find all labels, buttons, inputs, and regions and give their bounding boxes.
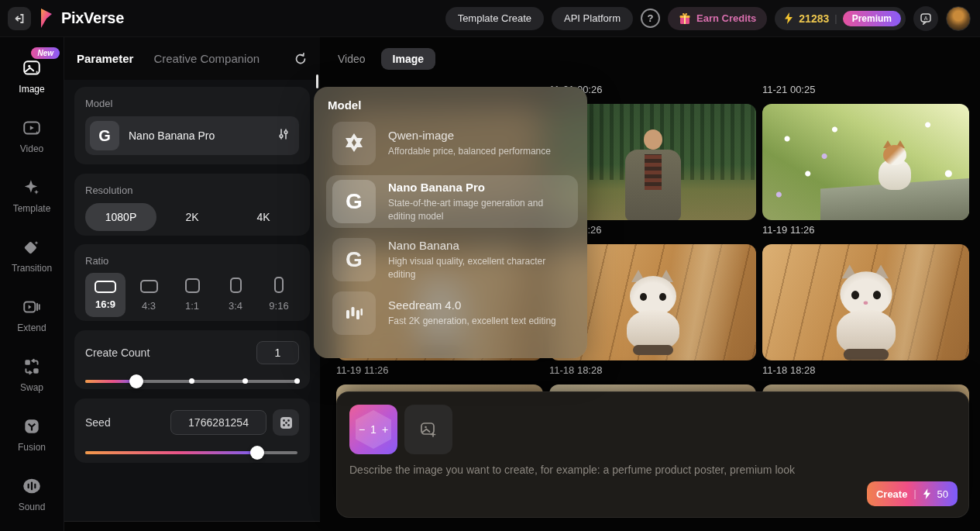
gallery-image[interactable] (762, 244, 969, 360)
model-option-name: Seedream 4.0 (388, 298, 556, 312)
model-option-desc: Affordable price, balanced performance (388, 145, 551, 157)
seed-slider[interactable] (85, 446, 299, 460)
selected-model-name: Nano Banana Pro (129, 129, 215, 142)
resolution-option-2k[interactable]: 2K (156, 211, 228, 223)
create-cost: 50 (937, 488, 948, 500)
sidebar-item-label: Video (20, 143, 43, 154)
reset-icon (294, 52, 308, 66)
logo-text: PixVerse (61, 9, 124, 27)
extend-icon (22, 297, 42, 317)
model-select[interactable]: G Nano Banana Pro (85, 116, 299, 155)
seed-card: Seed (74, 398, 310, 463)
qwen-logo-icon (332, 122, 376, 165)
ratio-option-label: 16:9 (95, 298, 115, 310)
gallery-timestamp: 11-19 11:26 (762, 224, 969, 237)
model-card: Model G Nano Banana Pro (74, 87, 310, 164)
create-count-slider[interactable] (85, 374, 299, 388)
back-arrow-icon (13, 12, 26, 25)
sidebar-item-label: Fusion (18, 442, 46, 453)
model-label: Model (85, 98, 299, 109)
top-bar: PixVerse Template Create API Platform ? … (0, 0, 980, 37)
sidebar-item-video[interactable]: Video (0, 106, 64, 166)
sidebar-item-label: Image (19, 84, 44, 95)
model-option-desc: State-of-the-art image generation and ed… (388, 197, 572, 222)
create-count-input[interactable] (256, 341, 299, 364)
slider-thumb[interactable] (250, 446, 264, 460)
gallery-timestamp: 11-18 18:28 (549, 364, 756, 378)
credits-count: 21283 (799, 12, 829, 25)
collapse-sidebar-button[interactable] (8, 7, 31, 30)
ratio-4-3-icon (140, 280, 158, 293)
count-decrease-button[interactable]: − (359, 423, 365, 436)
gallery-item[interactable]: 11-21 00:25 (762, 84, 969, 220)
ratio-16-9-icon (95, 281, 116, 293)
sound-icon (22, 476, 42, 496)
feedback-button[interactable]: A (913, 6, 938, 31)
create-separator: | (913, 488, 916, 499)
model-option-nano-banana-pro[interactable]: G Nano Banana Pro State-of-the-art image… (326, 175, 578, 228)
model-dropdown: Model Qwen-image Affordable price, balan… (314, 87, 587, 358)
tab-video[interactable]: Video (336, 48, 367, 70)
sidebar-item-label: Transition (12, 263, 52, 274)
sidebar-item-fusion[interactable]: Fusion (0, 405, 64, 464)
ratio-option-1-1[interactable]: 1:1 (172, 278, 212, 317)
model-option-seedream-4[interactable]: Seedream 4.0 Fast 2K generation, excelle… (326, 291, 578, 335)
help-button[interactable]: ? (641, 9, 660, 28)
model-settings-icon (277, 128, 290, 143)
gallery-image[interactable] (762, 104, 969, 220)
ratio-option-label: 9:16 (269, 300, 288, 312)
ratio-option-3-4[interactable]: 3:4 (215, 278, 256, 317)
model-option-qwen-image[interactable]: Qwen-image Affordable price, balanced pe… (326, 122, 578, 165)
credits-indicator[interactable]: 21283 | Premium (775, 7, 906, 30)
create-count-label: Create Count (85, 347, 150, 359)
gallery-item[interactable]: 11-19 11:26 (762, 224, 969, 360)
new-badge: New (31, 47, 60, 59)
ratio-card: Ratio 16:9 4:3 1:1 3:4 (74, 244, 310, 321)
image-count-stepper[interactable]: − 1 + (349, 405, 397, 454)
swap-icon (22, 357, 42, 377)
image-add-icon (419, 420, 438, 439)
ratio-option-label: 4:3 (142, 300, 156, 312)
count-increase-button[interactable]: + (382, 423, 388, 436)
ratio-option-16-9[interactable]: 16:9 (85, 273, 126, 317)
panel-scrollbar[interactable] (316, 74, 318, 88)
premium-badge[interactable]: Premium (843, 11, 901, 26)
slider-thumb[interactable] (129, 374, 143, 388)
pixverse-logo[interactable]: PixVerse (39, 8, 124, 29)
ratio-label: Ratio (85, 255, 299, 267)
sidebar-item-swap[interactable]: Swap (0, 345, 64, 405)
gallery-timestamp: 11-18 18:28 (762, 364, 969, 378)
panel-tabs: Parameter Creative Companion (64, 37, 320, 80)
randomize-seed-button[interactable] (273, 409, 299, 436)
api-platform-button[interactable]: API Platform (552, 7, 633, 30)
model-dropdown-title: Model (328, 98, 578, 112)
sidebar-item-image[interactable]: New Image (0, 47, 64, 106)
earn-credits-button[interactable]: Earn Credits (668, 7, 767, 30)
user-avatar[interactable] (946, 6, 971, 31)
image-icon (22, 58, 42, 78)
resolution-option-4k[interactable]: 4K (228, 211, 299, 223)
reset-button[interactable] (294, 52, 308, 66)
transition-icon (22, 237, 42, 257)
seed-input[interactable] (170, 410, 266, 435)
model-option-nano-banana[interactable]: G Nano Banana High visual quality, excel… (326, 238, 578, 281)
seed-label: Seed (85, 416, 170, 429)
sidebar-item-sound[interactable]: Sound (0, 464, 64, 524)
tab-creative-companion[interactable]: Creative Companion (153, 52, 260, 65)
template-create-button[interactable]: Template Create (445, 7, 544, 30)
sidebar-item-transition[interactable]: Transition (0, 226, 64, 285)
ratio-3-4-icon (230, 278, 242, 293)
ratio-option-4-3[interactable]: 4:3 (129, 280, 169, 317)
resolution-option-1080p[interactable]: 1080P (85, 203, 156, 231)
sidebar-item-template[interactable]: Template (0, 166, 64, 226)
model-option-name: Qwen-image (388, 129, 551, 142)
prompt-input[interactable] (349, 464, 956, 490)
tab-parameter[interactable]: Parameter (77, 52, 133, 65)
tab-image[interactable]: Image (381, 48, 435, 70)
ratio-option-9-16[interactable]: 9:16 (259, 277, 299, 317)
create-button[interactable]: Create | 50 (867, 481, 958, 506)
add-reference-image-button[interactable] (404, 405, 452, 454)
gallery-timestamp: 11-21 00:25 (762, 84, 969, 97)
create-count-card: Create Count (74, 330, 310, 389)
sidebar-item-extend[interactable]: Extend (0, 285, 64, 345)
